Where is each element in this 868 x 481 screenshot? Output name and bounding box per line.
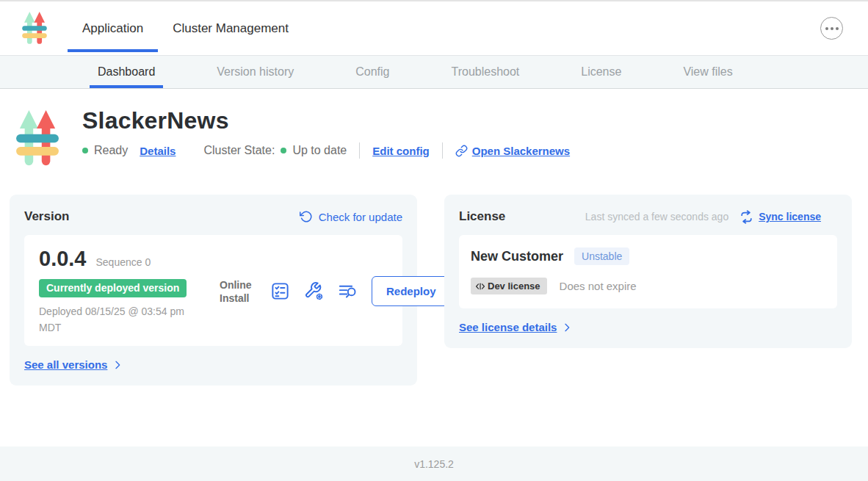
topnav-right [820, 1, 868, 55]
admin-console-page: Application Cluster Management Dashboard… [0, 0, 868, 481]
tab-license-label: License [581, 65, 621, 79]
app-status-text: Ready [94, 144, 128, 157]
console-footer: v1.125.2 [0, 446, 868, 481]
divider [442, 142, 443, 159]
cluster-state-label: Cluster State: [203, 144, 275, 157]
link-icon [455, 145, 468, 157]
page-title: SlackerNews [82, 107, 570, 134]
app-status-row: Ready Details Cluster State: Up to date … [82, 142, 570, 159]
license-detail-panel: New Customer Unstable Dev license [459, 235, 837, 308]
license-expiration: Does not expire [560, 280, 637, 292]
license-card-title: License [459, 209, 505, 224]
tab-dashboard-label: Dashboard [98, 65, 155, 79]
tab-license[interactable]: License [573, 56, 629, 88]
dashboard-content: SlackerNews Ready Details Cluster State:… [0, 89, 868, 446]
tab-cluster-management[interactable]: Cluster Management [158, 1, 303, 55]
customer-name: New Customer [471, 249, 563, 264]
overflow-menu-button[interactable] [820, 17, 843, 40]
tab-troubleshoot-label: Troubleshoot [451, 65, 519, 79]
sync-license-link[interactable]: Sync license [759, 211, 821, 223]
last-synced-text: Last synced a few seconds ago [585, 211, 728, 223]
tab-version-history[interactable]: Version history [209, 56, 302, 88]
slackernews-logo-large-icon [16, 109, 59, 168]
version-number: 0.0.4 [39, 247, 87, 271]
app-header: SlackerNews Ready Details Cluster State:… [0, 89, 868, 168]
see-all-versions-link[interactable]: See all versions [24, 358, 107, 371]
divider [359, 142, 360, 159]
current-version-panel: 0.0.4 Sequence 0 Currently deployed vers… [24, 235, 402, 346]
edit-config-link[interactable]: Edit config [372, 145, 430, 157]
tab-view-files-label: View files [683, 65, 732, 79]
chevron-right-icon [112, 359, 123, 371]
sequence-label: Sequence 0 [96, 256, 151, 268]
primary-nav: Application Cluster Management [0, 1, 868, 55]
slackernews-logo-icon [22, 11, 47, 46]
channel-badge: Unstable [574, 247, 629, 265]
tab-config-label: Config [355, 65, 389, 79]
license-type-badge: Dev license [471, 278, 547, 294]
logs-file-search-icon[interactable] [338, 281, 358, 301]
deployed-timestamp: Deployed 08/15/25 @ 03:54 pm MDT [39, 304, 206, 336]
cluster-state-value: Up to date [292, 144, 347, 157]
tab-application-label: Application [82, 21, 143, 36]
cluster-state-dot [281, 148, 286, 153]
currently-deployed-badge: Currently deployed version [39, 279, 187, 297]
tab-application[interactable]: Application [68, 1, 158, 55]
version-card-title: Version [24, 209, 69, 224]
dashboard-cards: Version Check for update 0.0.4 Sequence [0, 168, 868, 386]
see-license-details-link[interactable]: See license details [459, 321, 557, 333]
sync-arrows-icon [739, 210, 753, 224]
code-icon [475, 282, 485, 291]
secondary-nav: Dashboard Version history Config Trouble… [0, 55, 868, 89]
check-for-update-link[interactable]: Check for update [300, 210, 402, 223]
tab-dashboard[interactable]: Dashboard [90, 56, 163, 88]
license-type-badge-label: Dev license [488, 281, 540, 292]
open-app-link[interactable]: Open Slackernews [455, 145, 570, 157]
license-card: License Last synced a few seconds ago Sy… [444, 195, 852, 348]
app-logo-small-wrap [0, 1, 68, 55]
open-app-link-label: Open Slackernews [472, 145, 570, 157]
check-for-update-label: Check for update [319, 211, 402, 223]
redeploy-button[interactable]: Redeploy [372, 276, 451, 306]
chevron-right-icon [561, 322, 573, 333]
app-status-dot [82, 148, 88, 153]
console-version: v1.125.2 [414, 458, 454, 470]
rotate-ccw-icon [300, 210, 313, 223]
tab-config[interactable]: Config [347, 56, 397, 88]
tab-troubleshoot[interactable]: Troubleshoot [443, 56, 527, 88]
tab-cluster-management-label: Cluster Management [173, 21, 289, 36]
tab-view-files[interactable]: View files [675, 56, 740, 88]
install-type-label: Online Install [220, 278, 256, 305]
version-card: Version Check for update 0.0.4 Sequence [10, 195, 417, 386]
preflight-checklist-icon[interactable] [270, 281, 290, 301]
tab-version-history-label: Version history [217, 65, 294, 79]
details-link[interactable]: Details [140, 145, 176, 157]
config-wrench-gear-icon[interactable] [304, 281, 324, 301]
ellipsis-icon [825, 27, 828, 30]
